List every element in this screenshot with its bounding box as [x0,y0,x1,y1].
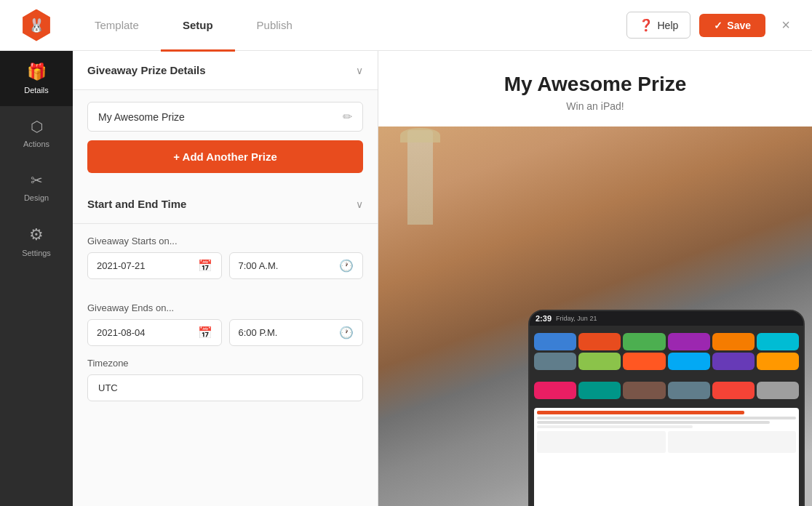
ends-section: Giveaway Ends on... 2021-08-04 📅 6:00 P.… [73,291,378,346]
clock-icon: 🕐 [339,259,354,273]
end-date-text: 2021-08-04 [97,327,192,338]
gift-icon: 🎁 [27,63,47,81]
sidebar-item-actions[interactable]: ⬡ Actions [0,106,73,160]
timezone-section: Timezone UTC [73,358,378,413]
clock-icon-end: 🕐 [339,326,354,340]
prize-section-content: My Awesome Prize ✏ + Add Another Prize [73,90,378,185]
start-end-section-header[interactable]: Start and End Time ∨ [73,185,378,224]
prize-section-title: Giveaway Prize Details [87,64,206,76]
prize-name-text: My Awesome Prize [98,111,185,123]
add-prize-button[interactable]: + Add Another Prize [87,140,363,173]
logo-icon: 🐰 [20,9,52,41]
start-end-chevron-icon: ∨ [356,198,363,210]
help-icon: ❓ [639,18,653,32]
start-time-text: 7:00 A.M. [239,260,334,271]
form-panel: Giveaway Prize Details ∨ My Awesome Priz… [73,51,378,506]
tab-setup[interactable]: Setup [161,1,235,52]
timezone-field[interactable]: UTC [87,374,363,401]
preview-main-title: My Awesome Prize [393,73,797,96]
calendar-icon-end: 📅 [198,326,212,340]
prize-name-field[interactable]: My Awesome Prize ✏ [87,102,363,132]
preview-subtitle: Win an iPad! [393,100,797,112]
sidebar-item-design[interactable]: ✂ Design [0,160,73,214]
settings-icon: ⚙ [29,225,44,244]
end-date-field[interactable]: 2021-08-04 📅 [87,319,222,346]
calendar-icon: 📅 [198,259,212,273]
preview-panel: My Awesome Prize Win an iPad! 2:39 Frida… [378,51,812,506]
tab-template[interactable]: Template [73,1,161,52]
starts-label: Giveaway Starts on... [87,236,363,246]
starts-section: Giveaway Starts on... 2021-07-21 📅 7:00 … [73,224,378,279]
preview-title-area: My Awesome Prize Win an iPad! [378,51,812,126]
bg-lamp [407,130,433,225]
preview-image: 2:39 Friday, Jun 21 [378,126,812,506]
bg-lamp-shade [400,128,440,142]
tab-publish[interactable]: Publish [235,1,314,52]
close-button[interactable]: × [774,14,797,37]
sidebar-item-settings[interactable]: ⚙ Settings [0,214,73,269]
prize-chevron-icon: ∨ [356,65,363,76]
start-end-section-title: Start and End Time [87,198,186,210]
start-time-field[interactable]: 7:00 A.M. 🕐 [229,252,364,279]
sidebar: 🎁 Details ⬡ Actions ✂ Design ⚙ Settings [0,51,73,506]
preview-content: My Awesome Prize Win an iPad! 2:39 Frida… [378,51,812,506]
start-date-text: 2021-07-21 [97,260,192,271]
sidebar-item-details[interactable]: 🎁 Details [0,51,73,106]
ends-label: Giveaway Ends on... [87,302,363,313]
nav-tabs: Template Setup Publish [73,0,626,51]
starts-datetime-row: 2021-07-21 📅 7:00 A.M. 🕐 [87,252,363,279]
top-nav: 🐰 Template Setup Publish ❓ Help ✓ Save × [0,0,812,51]
main-body: 🎁 Details ⬡ Actions ✂ Design ⚙ Settings … [0,51,812,506]
ends-datetime-row: 2021-08-04 📅 6:00 P.M. 🕐 [87,319,363,346]
start-date-field[interactable]: 2021-07-21 📅 [87,252,222,279]
edit-icon[interactable]: ✏ [343,110,352,124]
save-button[interactable]: ✓ Save [699,14,765,37]
logo: 🐰 [15,9,58,41]
prize-section-header[interactable]: Giveaway Prize Details ∨ [73,51,378,90]
actions-icon: ⬡ [31,118,43,135]
ipad-image: 2:39 Friday, Jun 21 [528,310,805,506]
design-icon: ✂ [31,172,43,189]
nav-right: ❓ Help ✓ Save × [626,12,798,39]
end-time-field[interactable]: 6:00 P.M. 🕐 [229,319,364,346]
help-button[interactable]: ❓ Help [626,12,691,39]
timezone-label: Timezone [87,358,363,369]
end-time-text: 6:00 P.M. [239,327,334,338]
check-icon: ✓ [714,20,723,31]
